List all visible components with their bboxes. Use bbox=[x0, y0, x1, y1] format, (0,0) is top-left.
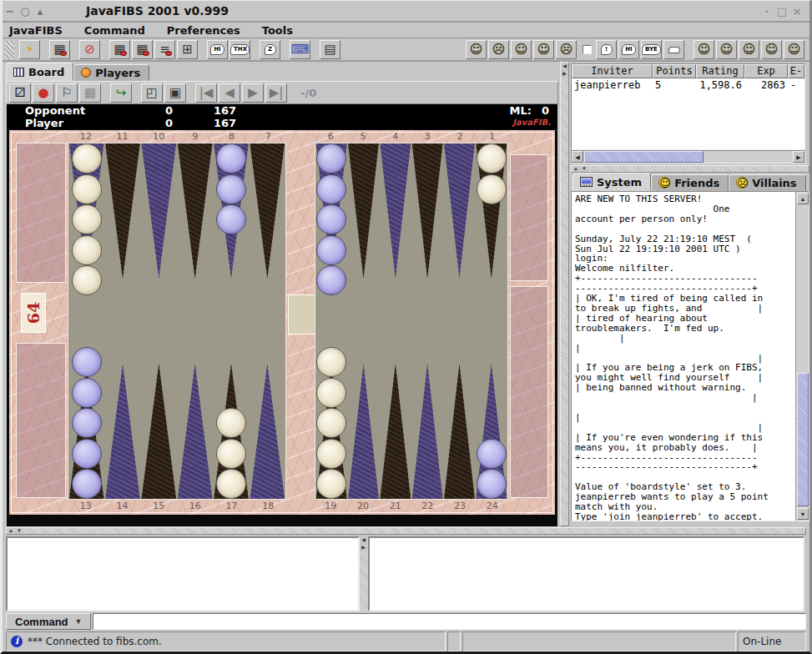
say-hi-button[interactable]: HI bbox=[207, 40, 228, 59]
main-vertical-splitter[interactable]: ◀ ▶ bbox=[560, 62, 569, 526]
splitter-collapse-left-icon[interactable]: ◀ bbox=[360, 536, 367, 544]
point-2[interactable] bbox=[443, 143, 475, 322]
white-checker[interactable] bbox=[316, 378, 346, 408]
save-match-button[interactable]: ▣ bbox=[164, 83, 186, 103]
column-header-e[interactable]: E- bbox=[788, 64, 804, 78]
command-input[interactable] bbox=[93, 613, 806, 630]
right-horizontal-splitter[interactable]: ▲▼ bbox=[571, 165, 809, 173]
white-checker[interactable] bbox=[477, 143, 507, 174]
white-checker[interactable] bbox=[316, 408, 346, 438]
column-header-exp[interactable]: Exp bbox=[744, 64, 788, 78]
point-18[interactable] bbox=[250, 320, 285, 499]
point-11[interactable] bbox=[104, 143, 140, 322]
point-9[interactable] bbox=[177, 143, 213, 322]
splitter-collapse-right-icon[interactable]: ▶ bbox=[561, 70, 568, 78]
white-checker[interactable] bbox=[216, 469, 246, 499]
double-cube-button[interactable]: ● bbox=[33, 83, 54, 103]
board-right-half[interactable] bbox=[315, 143, 508, 500]
point-16[interactable] bbox=[177, 320, 213, 499]
point-4[interactable] bbox=[380, 143, 411, 322]
shade-icon[interactable]: ▴ bbox=[33, 5, 48, 18]
point-10[interactable] bbox=[141, 143, 177, 322]
blue-checker[interactable] bbox=[316, 143, 346, 174]
blue-checker[interactable] bbox=[72, 347, 102, 377]
bearoff-top[interactable] bbox=[510, 154, 548, 281]
point-20[interactable] bbox=[347, 320, 379, 499]
command-dropdown[interactable]: Command ▼ bbox=[6, 613, 91, 630]
tab-players[interactable]: Players bbox=[73, 64, 149, 81]
white-checker[interactable] bbox=[316, 439, 346, 469]
emote-smile-6-button[interactable]: ☺ bbox=[739, 40, 759, 59]
splitter-collapse-right-icon[interactable]: ▶ bbox=[360, 544, 367, 551]
shout-exclaim-button[interactable]: ! bbox=[596, 40, 617, 59]
column-header-inviter[interactable]: Inviter bbox=[572, 64, 653, 78]
white-checker[interactable] bbox=[72, 235, 102, 265]
point-24[interactable] bbox=[476, 320, 507, 499]
point-7[interactable] bbox=[250, 143, 285, 322]
splitter-up-icon[interactable]: ▲ bbox=[7, 528, 15, 534]
menu-tools[interactable]: Tools bbox=[262, 24, 293, 37]
backgammon-board[interactable]: 121110987 654321 131415161718 1920212223… bbox=[7, 129, 557, 526]
blue-checker[interactable] bbox=[72, 439, 102, 469]
say-thanks-button[interactable]: THX bbox=[229, 40, 250, 59]
column-header-rating[interactable]: Rating bbox=[696, 64, 744, 78]
blue-checker[interactable] bbox=[316, 265, 346, 295]
emote-smile-1-button[interactable]: ☺ bbox=[466, 40, 487, 59]
emote-frown-1-button[interactable]: ☹ bbox=[488, 40, 509, 59]
point-19[interactable] bbox=[315, 320, 347, 499]
player-info-button[interactable]: ≡ bbox=[154, 40, 175, 59]
menu-command[interactable]: Command bbox=[84, 24, 145, 37]
point-15[interactable] bbox=[141, 320, 177, 499]
point-14[interactable] bbox=[104, 320, 140, 499]
emote-frown-2-button[interactable]: ☹ bbox=[556, 40, 577, 59]
invitation-hscrollbar[interactable]: ◀ ▶ bbox=[571, 150, 805, 164]
bearoff-bottom[interactable] bbox=[510, 286, 548, 498]
menu-preferences[interactable]: Preferences bbox=[167, 24, 240, 37]
scroll-down-icon[interactable]: ▼ bbox=[797, 508, 809, 520]
vscroll-thumb[interactable] bbox=[797, 373, 809, 506]
report-window-button[interactable]: ▤ bbox=[320, 40, 340, 59]
nav-last-button[interactable]: ▶| bbox=[265, 83, 287, 103]
terminal-window-button[interactable]: ⌨ bbox=[290, 40, 310, 59]
system-console[interactable]: ARE NEW TO THIS SERVER! One account per … bbox=[571, 191, 809, 521]
blue-checker[interactable] bbox=[477, 469, 507, 499]
emote-smile-2-button[interactable]: ☺ bbox=[511, 40, 532, 59]
column-header-points[interactable]: Points bbox=[653, 64, 696, 78]
nav-next-button[interactable]: ▶ bbox=[242, 83, 264, 103]
point-1[interactable] bbox=[476, 143, 507, 322]
shout-bye-button[interactable]: BYE bbox=[641, 40, 662, 59]
nav-prev-button[interactable]: ◀ bbox=[219, 83, 240, 103]
hscroll-thumb[interactable] bbox=[584, 151, 704, 163]
blue-checker[interactable] bbox=[216, 174, 246, 204]
leave-game-button[interactable]: ↪ bbox=[110, 83, 132, 103]
point-21[interactable] bbox=[380, 320, 411, 499]
white-checker[interactable] bbox=[72, 143, 102, 174]
tab-villains[interactable]: ☹ Villains bbox=[729, 174, 805, 191]
blue-checker[interactable] bbox=[72, 408, 102, 438]
toolbar-grip[interactable] bbox=[4, 41, 14, 59]
white-checker[interactable] bbox=[72, 204, 102, 234]
bottom-horizontal-splitter[interactable]: ▲▼ bbox=[6, 527, 806, 535]
white-checker[interactable] bbox=[477, 174, 507, 204]
emote-smile-4-button[interactable]: ☺ bbox=[693, 40, 714, 59]
blue-checker[interactable] bbox=[72, 469, 102, 499]
splitter-collapse-left-icon[interactable]: ◀ bbox=[561, 63, 568, 70]
point-5[interactable] bbox=[347, 143, 379, 322]
white-checker[interactable] bbox=[216, 408, 246, 438]
blue-checker[interactable] bbox=[216, 204, 246, 234]
emote-smile-3-button[interactable]: ☺ bbox=[533, 40, 554, 59]
minimize-icon[interactable]: − bbox=[3, 5, 18, 18]
mute-shouts-button[interactable]: ⊘ bbox=[79, 40, 100, 59]
toggle-away-button[interactable]: Z bbox=[260, 40, 280, 59]
menu-javafibs[interactable]: JavaFIBS bbox=[9, 24, 63, 37]
shout-auto-checkbox[interactable] bbox=[583, 45, 592, 54]
board-style-button[interactable]: ▦ bbox=[79, 83, 101, 103]
console-vscrollbar[interactable]: ▲ ▼ bbox=[795, 192, 809, 521]
point-13[interactable] bbox=[68, 320, 104, 499]
invitation-row[interactable]: jeanpierreb51,598.62863- bbox=[572, 78, 804, 92]
bottom-vertical-splitter[interactable]: ◀ ▶ bbox=[360, 536, 368, 611]
white-checker[interactable] bbox=[316, 347, 346, 377]
blue-checker[interactable] bbox=[316, 204, 346, 234]
tab-system[interactable]: System bbox=[572, 173, 651, 191]
open-match-button[interactable]: ◰ bbox=[141, 83, 163, 103]
